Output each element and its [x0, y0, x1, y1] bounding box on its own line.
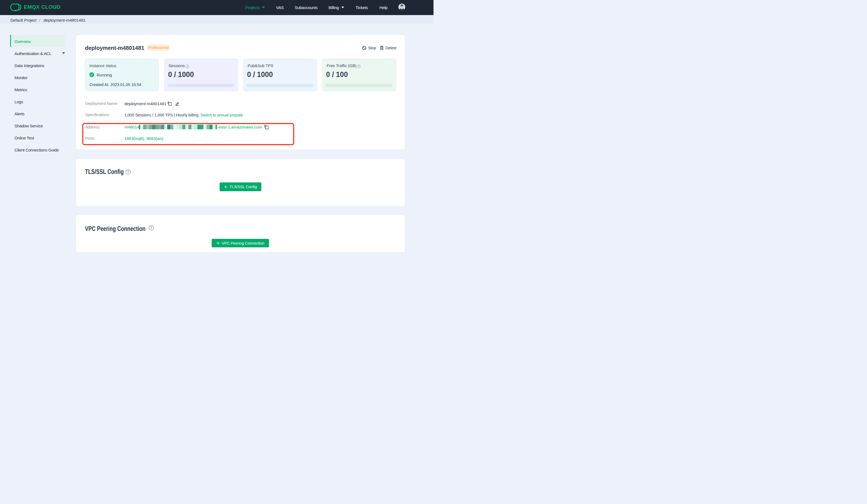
svg-text:?: ?	[150, 226, 152, 230]
svg-text:?: ?	[358, 65, 360, 68]
svg-text:?: ?	[186, 65, 188, 68]
svg-text:?: ?	[127, 170, 129, 174]
